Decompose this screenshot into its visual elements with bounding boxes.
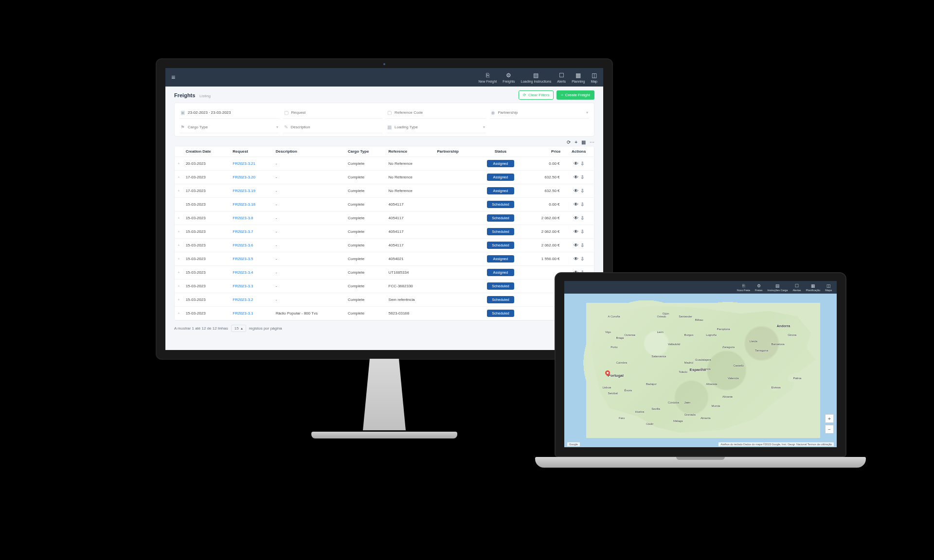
topnav-item[interactable]: ▦Planificação <box>806 283 821 292</box>
topnav-item[interactable]: ◫Map <box>591 72 597 83</box>
loading-type-filter[interactable]: ▦ ▾ <box>386 122 486 133</box>
expand-icon[interactable]: + <box>175 225 183 239</box>
topnav-item[interactable]: ☐Alerts <box>557 72 566 83</box>
col-actions[interactable]: Actions <box>564 146 594 157</box>
request-link[interactable]: FR2023-3.6 <box>233 243 253 247</box>
request-link[interactable]: FR2023-3.1 <box>233 311 253 315</box>
cell-cargo: Complete <box>345 252 386 266</box>
nav-icon: ⚙ <box>506 72 511 79</box>
cargo-type-input[interactable] <box>188 125 273 129</box>
cell-cargo: Complete <box>345 157 386 171</box>
request-link[interactable]: FR2023-3.5 <box>233 257 253 261</box>
download-icon[interactable]: ⇩ <box>580 202 584 207</box>
refresh-icon[interactable]: ⟳ <box>567 140 571 145</box>
expand-icon[interactable]: + <box>175 239 183 252</box>
description-filter[interactable]: ✎ <box>283 122 383 133</box>
map-view[interactable]: Portugal Espanha Andorra PortoBragaVigoA… <box>564 294 837 447</box>
topnav-item[interactable]: ⚙Freights <box>503 72 515 83</box>
expand-icon[interactable]: + <box>175 293 183 307</box>
request-link[interactable]: FR2023-3.7 <box>233 229 253 234</box>
nav-icon: ⎘ <box>486 72 489 79</box>
request-link[interactable]: FR2023-3.18 <box>233 202 255 207</box>
col-price[interactable]: Price <box>525 146 563 157</box>
clear-filters-button[interactable]: ⟳ Clear Filters <box>519 90 554 100</box>
col-request[interactable]: Request <box>230 146 273 157</box>
topnav-item[interactable]: ⎘New Freight <box>479 72 497 83</box>
col-status[interactable]: Status <box>476 146 526 157</box>
request-link[interactable]: FR2023-3.8 <box>233 216 253 220</box>
expand-icon[interactable]: + <box>175 307 183 320</box>
cell-status: Assigned <box>476 252 526 266</box>
expand-icon[interactable]: + <box>175 211 183 225</box>
reference-filter[interactable]: ▢ <box>386 108 486 119</box>
topnav-item[interactable]: ◫Mapa <box>825 283 832 292</box>
hamburger-icon[interactable]: ≡ <box>171 73 175 81</box>
more-icon[interactable]: ⋯ <box>590 140 594 145</box>
view-icon[interactable]: 👁 <box>574 175 578 180</box>
city-label: Almería <box>700 417 711 420</box>
view-icon[interactable]: 👁 <box>574 243 578 248</box>
expand-icon[interactable]: + <box>175 280 183 293</box>
request-link[interactable]: FR2023-3.20 <box>233 175 255 179</box>
columns-icon[interactable]: ▦ <box>581 140 586 145</box>
city-label: Jaén <box>684 401 690 404</box>
expand-icon[interactable]: + <box>175 171 183 184</box>
download-icon[interactable]: ⇩ <box>580 243 584 248</box>
col-description[interactable]: Description <box>273 146 345 157</box>
download-icon[interactable]: ⇩ <box>580 215 584 221</box>
add-icon[interactable]: + <box>575 140 577 145</box>
expand-icon[interactable]: + <box>175 157 183 171</box>
cell-reference: No Reference <box>386 171 434 184</box>
request-link[interactable]: FR2023-3.21 <box>233 161 255 166</box>
topnav-item[interactable]: ▤Loading Instructions <box>521 72 552 83</box>
view-icon[interactable]: 👁 <box>574 215 578 221</box>
view-icon[interactable]: 👁 <box>574 256 578 262</box>
loading-type-input[interactable] <box>395 125 480 129</box>
download-icon[interactable]: ⇩ <box>580 175 584 180</box>
view-icon[interactable]: 👁 <box>574 188 578 193</box>
expand-icon[interactable]: + <box>175 184 183 198</box>
view-icon[interactable]: 👁 <box>574 202 578 207</box>
view-icon[interactable]: 👁 <box>574 161 578 166</box>
cargo-type-filter[interactable]: ⚑ ▾ <box>180 122 279 133</box>
zoom-out-button[interactable]: − <box>825 425 834 434</box>
view-icon[interactable]: 👁 <box>574 229 578 234</box>
download-icon[interactable]: ⇩ <box>580 161 584 166</box>
download-icon[interactable]: ⇩ <box>580 188 584 193</box>
table-row: +15-03-2023FR2023-3.1Rádio Popular - 800… <box>175 307 594 320</box>
request-link[interactable]: FR2023-3.4 <box>233 270 253 275</box>
expand-icon[interactable] <box>175 198 183 211</box>
nav-icon: ☐ <box>795 283 799 288</box>
description-input[interactable] <box>291 125 382 129</box>
date-filter[interactable]: ▣ 23-02-2023 · 23-03-2023 <box>180 108 279 119</box>
city-label: Burgos <box>684 333 693 336</box>
reference-input[interactable] <box>395 110 485 115</box>
cell-reference: No Reference <box>386 157 434 171</box>
topnav-item[interactable]: ☐Alertas <box>792 283 801 292</box>
cell-date: 15-03-2023 <box>183 266 230 280</box>
request-input[interactable] <box>291 110 382 115</box>
partnership-filter[interactable]: ◉ ▾ <box>490 108 590 119</box>
nav-icon: ⎘ <box>742 283 745 288</box>
create-freight-button[interactable]: + Create Freight <box>557 90 594 100</box>
topnav-item[interactable]: ⚙Fretes <box>755 283 763 292</box>
partnership-input[interactable] <box>498 110 584 115</box>
topnav-item[interactable]: ▦Planning <box>572 72 585 83</box>
expand-icon[interactable]: + <box>175 252 183 266</box>
expand-icon[interactable]: + <box>175 266 183 280</box>
topnav-item[interactable]: ⎘Novo Frete <box>737 283 750 292</box>
request-link[interactable]: FR2023-3.2 <box>233 298 253 302</box>
cell-partnership <box>434 307 476 320</box>
request-link[interactable]: FR2023-3.19 <box>233 189 255 193</box>
page-size-select[interactable]: 15 ▴ <box>231 325 246 332</box>
zoom-in-button[interactable]: + <box>825 414 834 423</box>
request-filter[interactable]: ▢ <box>283 108 383 119</box>
col-creation-date[interactable]: Creation Date <box>183 146 230 157</box>
col-cargo-type[interactable]: Cargo Type <box>345 146 386 157</box>
col-partnership[interactable]: Partnership <box>434 146 476 157</box>
topnav-item[interactable]: ▤Instruções Carga <box>768 283 788 292</box>
download-icon[interactable]: ⇩ <box>580 256 584 262</box>
request-link[interactable]: FR2023-3.3 <box>233 284 253 288</box>
col-reference[interactable]: Reference <box>386 146 434 157</box>
download-icon[interactable]: ⇩ <box>580 229 584 234</box>
